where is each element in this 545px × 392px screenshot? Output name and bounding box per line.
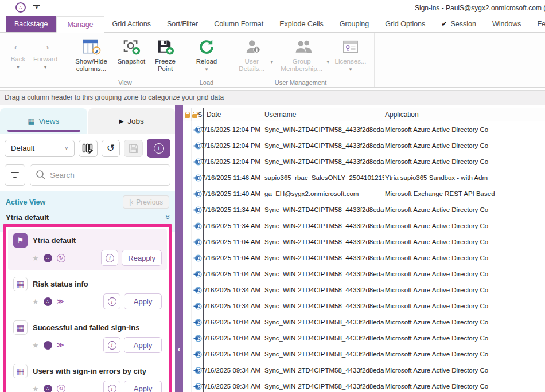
table-row[interactable]: 7/16/2025 10:04 AM Sync_WIN-2TD4CIPTM58_… xyxy=(183,346,545,362)
ribbon-tab[interactable]: ✔Backstage xyxy=(6,16,56,32)
table-row[interactable]: 7/16/2025 11:34 AM Sync_WIN-2TD4CIPTM58_… xyxy=(183,202,545,218)
cell-date: 7/16/2025 11:46 AM xyxy=(203,170,263,186)
view-card[interactable]: ⚑▦ Ytria default ★ ∴ ↻ ≫ i Reapply xyxy=(8,229,167,270)
group-membership-button[interactable]: Group Membership...▾ xyxy=(275,36,332,74)
view-card[interactable]: ⚑▦ Users with sign-in errors by city ★ ∴… xyxy=(8,360,167,392)
ribbon-tabbar: ✔Backstage ✔Manage ✔Grid Actions ✔Sort/F… xyxy=(0,16,545,33)
ribbon-tab[interactable]: ✔Column Format xyxy=(206,16,271,32)
ribbon-tab[interactable]: ✔Session xyxy=(433,16,484,32)
ribbon-tab[interactable]: ✔Windows xyxy=(484,16,530,32)
add-view-button[interactable]: + xyxy=(147,139,170,158)
column-header-lock[interactable] xyxy=(183,108,192,121)
ribbon-tab[interactable]: ✔Manage xyxy=(56,16,104,33)
view-preset-dropdown[interactable]: Default˅ xyxy=(5,140,75,157)
table-row[interactable]: 7/16/2025 10:04 AM Sync_WIN-2TD4CIPTM58_… xyxy=(183,314,545,330)
ribbon-tab[interactable]: ✔Sort/Filter xyxy=(159,16,206,32)
view-card[interactable]: ⚑▦ Risk status info ★ ∴ ↻ ≫ i Apply xyxy=(8,273,167,313)
view-info-button[interactable]: i xyxy=(101,250,118,266)
ytria-badge-icon: ∴ xyxy=(44,297,52,306)
sign-in-icon xyxy=(193,350,202,359)
show-hide-columns-button[interactable]: Show/Hide columns... xyxy=(69,36,114,74)
column-header-username[interactable]: Username xyxy=(263,108,384,121)
filter-icon xyxy=(11,172,19,173)
back-button[interactable]: ← Back ▾ xyxy=(5,36,32,71)
sign-in-icon xyxy=(193,286,202,295)
ribbon-tab[interactable]: ✔Grid Actions xyxy=(104,16,159,32)
table-row[interactable]: 7/16/2025 09:34 AM Sync_WIN-2TD4CIPTM58_… xyxy=(183,378,545,392)
grouping-zone[interactable]: Drag a column header to this grouping zo… xyxy=(0,90,545,105)
table-row[interactable]: 7/16/2025 10:04 AM Sync_WIN-2TD4CIPTM58_… xyxy=(183,330,545,346)
info-icon: i xyxy=(108,297,116,306)
filter-button[interactable] xyxy=(5,164,25,186)
ribbon-tab[interactable]: ✔Explode Cells xyxy=(271,16,331,32)
table-row[interactable]: 7/16/2025 11:34 AM Sync_WIN-2TD4CIPTM58_… xyxy=(183,218,545,234)
table-row[interactable]: 7/16/2025 09:34 AM Sync_WIN-2TD4CIPTM58_… xyxy=(183,362,545,378)
table-row[interactable]: 7/16/2025 10:34 AM Sync_WIN-2TD4CIPTM58_… xyxy=(183,282,545,298)
apply-view-button[interactable]: Apply xyxy=(124,337,162,353)
table-row[interactable]: 7/16/2025 12:04 PM Sync_WIN-2TD4CIPTM58_… xyxy=(183,121,545,138)
snapshot-button[interactable]: Snapshot xyxy=(114,36,149,66)
table-row[interactable]: 7/16/2025 12:04 PM Sync_WIN-2TD4CIPTM58_… xyxy=(183,154,545,170)
collapse-panel-icon[interactable]: ‹ xyxy=(175,342,183,356)
cell-date: 7/16/2025 11:40 AM xyxy=(203,186,263,202)
view-info-button[interactable]: i xyxy=(103,381,120,392)
cell-date: 7/16/2025 11:34 AM xyxy=(203,202,263,218)
sign-in-icon xyxy=(193,158,202,166)
ribbon-tab[interactable]: ✔Grid Options xyxy=(377,16,433,32)
cell-date: 7/16/2025 11:04 AM xyxy=(203,266,263,282)
freeze-point-button[interactable]: Freeze Point xyxy=(149,36,181,74)
table-row[interactable]: 7/16/2025 11:04 AM Sync_WIN-2TD4CIPTM58_… xyxy=(183,266,545,282)
cell-application: Microsoft Azure Active Directory Co xyxy=(384,351,545,358)
column-header-status[interactable]: S xyxy=(192,108,203,121)
edit-columns-button[interactable] xyxy=(79,140,98,157)
favorite-star-icon[interactable]: ★ xyxy=(32,254,39,262)
user-details-button[interactable]: User Details...▾ xyxy=(232,36,275,74)
licenses-button[interactable]: Licenses... ▾ xyxy=(332,36,369,73)
ribbon-tab[interactable]: ✔Feedback xyxy=(530,16,545,32)
column-header-date[interactable]: Date xyxy=(203,108,263,121)
cell-username: Sync_WIN-2TD4CIPTM58_4433f2d8eda8@syg xyxy=(263,126,384,133)
apply-view-button[interactable]: Apply xyxy=(124,293,162,309)
table-row[interactable]: 7/16/2025 11:40 AM ga_EH@sygx2.onmicroso… xyxy=(183,186,545,202)
dropdown-arrow-icon: ▾ xyxy=(205,66,208,72)
cell-application: Microsoft Azure Active Directory Co xyxy=(384,271,545,277)
favorite-star-icon[interactable]: ★ xyxy=(32,385,39,392)
search-input[interactable] xyxy=(30,164,170,186)
save-view-button[interactable] xyxy=(124,140,143,157)
table-row[interactable]: 7/16/2025 11:04 AM Sync_WIN-2TD4CIPTM58_… xyxy=(183,250,545,266)
cell-date: 7/16/2025 10:34 AM xyxy=(203,282,263,298)
user-details-icon xyxy=(244,37,263,57)
tab-views[interactable]: ▦Views xyxy=(0,108,87,134)
cell-application: Microsoft Exchange REST API Based xyxy=(384,190,545,197)
cell-application: Microsoft Azure Active Directory Co xyxy=(384,158,545,165)
cell-username: Sync_WIN-2TD4CIPTM58_4433f2d8eda8@syg xyxy=(263,335,384,342)
column-header-application[interactable]: Application xyxy=(384,108,545,121)
grid-rows: 7/16/2025 12:04 PM Sync_WIN-2TD4CIPTM58_… xyxy=(183,121,545,392)
active-view-heading: Active View xyxy=(6,198,45,206)
tab-jobs[interactable]: ▶Jobs xyxy=(88,108,176,134)
dropdown-arrow-icon: ▾ xyxy=(44,64,47,70)
view-info-button[interactable]: i xyxy=(103,293,120,309)
dropdown-arrow-icon: ▾ xyxy=(326,59,329,65)
reset-view-button[interactable]: ↺ xyxy=(102,140,120,157)
panel-splitter[interactable]: ‹ xyxy=(175,105,183,392)
cell-username: Sync_WIN-2TD4CIPTM58_4433f2d8eda8@syg xyxy=(263,351,384,358)
table-row[interactable]: 7/16/2025 11:04 AM Sync_WIN-2TD4CIPTM58_… xyxy=(183,234,545,250)
apply-view-button[interactable]: Reapply xyxy=(122,250,162,266)
sign-in-icon xyxy=(193,222,202,230)
cell-date: 7/16/2025 12:04 PM xyxy=(203,121,263,138)
previous-view-button[interactable]: |‹Previous xyxy=(123,195,169,209)
collapse-chevrons-icon[interactable]: « xyxy=(162,215,172,219)
view-info-button[interactable]: i xyxy=(103,337,120,353)
table-row[interactable]: 7/16/2025 10:34 AM Sync_WIN-2TD4CIPTM58_… xyxy=(183,298,545,314)
forward-button[interactable]: → Forward ▾ xyxy=(32,36,59,71)
ribbon-tab[interactable]: ✔Grouping xyxy=(332,16,377,32)
apply-view-button[interactable]: Apply xyxy=(124,381,162,392)
favorite-star-icon[interactable]: ★ xyxy=(32,341,39,350)
reload-button[interactable]: Reload ▾ xyxy=(191,36,222,73)
view-card[interactable]: ⚑▦ Successful and failed sign-ins ★ ∴ ↻ … xyxy=(8,316,167,357)
table-row[interactable]: 7/16/2025 11:46 AM sapio365_rbac_SalesON… xyxy=(183,170,545,186)
table-row[interactable]: 7/16/2025 12:04 PM Sync_WIN-2TD4CIPTM58_… xyxy=(183,138,545,154)
favorite-star-icon[interactable]: ★ xyxy=(32,297,39,306)
quick-access-menu-icon[interactable]: ▼ xyxy=(33,5,40,10)
